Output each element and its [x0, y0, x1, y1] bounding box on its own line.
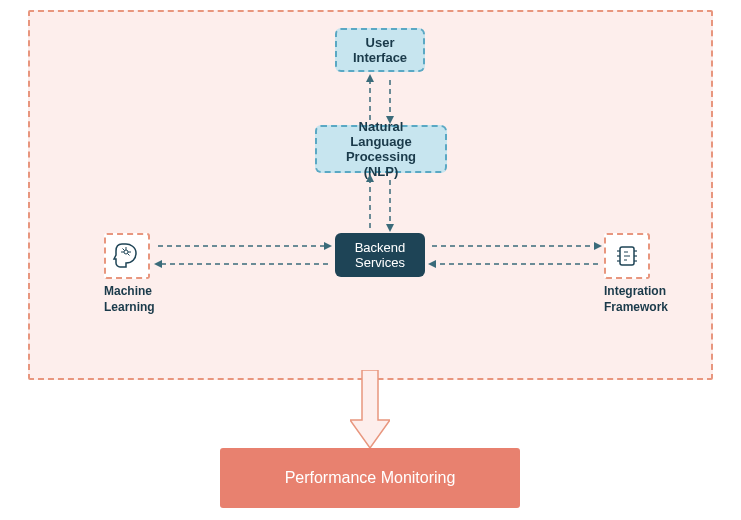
- node-user-interface: User Interface: [335, 28, 425, 72]
- ml-head-icon: [112, 241, 142, 271]
- integration-chip-icon: [612, 241, 642, 271]
- big-down-arrow-icon: [350, 370, 390, 450]
- label-integration: Integration Framework: [604, 284, 668, 315]
- icon-box-ml: [104, 233, 150, 279]
- node-label: Natural Language Processing (NLP): [333, 119, 429, 179]
- svg-point-0: [124, 250, 128, 254]
- svg-line-4: [128, 254, 130, 256]
- architecture-diagram: User Interface Natural Language Processi…: [0, 0, 741, 520]
- node-label: Performance Monitoring: [285, 469, 456, 487]
- node-label: Backend Services: [355, 240, 406, 270]
- node-label: User Interface: [353, 35, 407, 65]
- label-ml: Machine Learning: [104, 284, 155, 315]
- icon-box-integration: [604, 233, 650, 279]
- svg-line-5: [123, 249, 125, 251]
- node-performance-monitoring: Performance Monitoring: [220, 448, 520, 508]
- node-backend: Backend Services: [335, 233, 425, 277]
- node-nlp: Natural Language Processing (NLP): [315, 125, 447, 173]
